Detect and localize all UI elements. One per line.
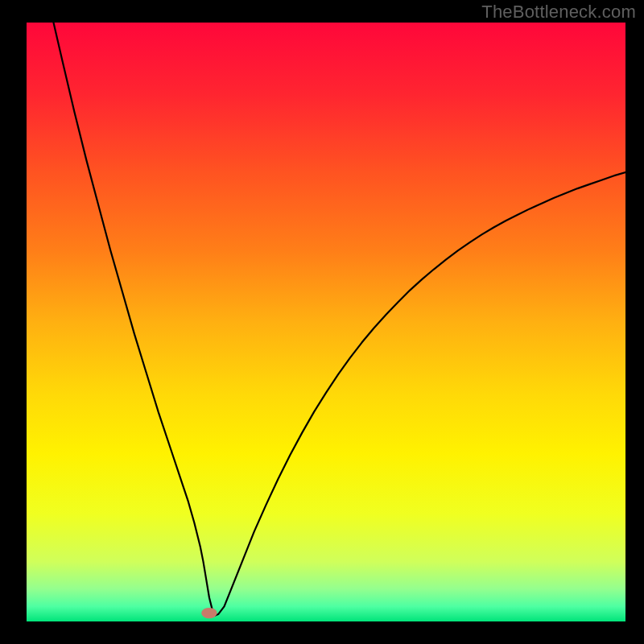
watermark-text: TheBottleneck.com xyxy=(481,2,636,23)
chart-frame: TheBottleneck.com xyxy=(0,0,644,644)
plot-area xyxy=(27,23,625,621)
minimum-marker xyxy=(201,608,217,618)
bottleneck-curve xyxy=(27,23,625,621)
